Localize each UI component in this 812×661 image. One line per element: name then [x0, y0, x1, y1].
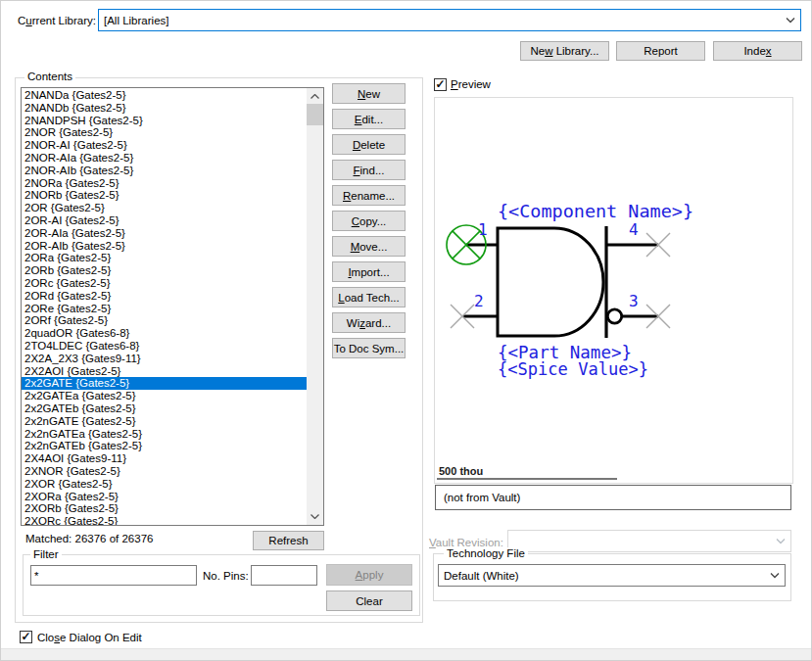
preview-checkbox-label: Preview: [451, 78, 491, 90]
list-item[interactable]: 2X2A_2X3 {Gates9-11}: [22, 353, 307, 365]
list-item[interactable]: 2XORc {Gates2-5}: [22, 515, 307, 525]
list-item[interactable]: 2NANDa {Gates2-5}: [22, 89, 307, 102]
pin-number-2: 2: [474, 292, 484, 310]
vault-status-text: (not from Vault): [444, 492, 520, 503]
index-button[interactable]: Index: [713, 41, 802, 61]
refresh-button[interactable]: Refresh: [253, 531, 324, 550]
chevron-down-icon[interactable]: [765, 573, 785, 579]
chevron-down-icon: [771, 539, 790, 544]
list-item[interactable]: 2XOR {Gates2-5}: [22, 478, 307, 491]
list-item[interactable]: 2NANDPSH {Gates2-5}: [22, 115, 307, 127]
list-item[interactable]: 2x2GATEa {Gates2-5}: [22, 390, 307, 402]
list-item[interactable]: 2XNOR {Gates2-5}: [22, 465, 307, 478]
component-list-rows: 2NANDa {Gates2-5} 2NANDb {Gates2-5} 2NAN…: [22, 89, 307, 525]
pin-number-1: 1: [478, 220, 488, 239]
no-pins-input[interactable]: [251, 565, 317, 586]
checkmark-icon: ✓: [21, 630, 30, 643]
to-doc-sym-button[interactable]: To Doc Sym...: [332, 338, 406, 358]
contents-group-label: Contents: [24, 71, 75, 82]
symbol-preview-panel: {<Component Name>} {<Part Name>} {<Spice…: [434, 97, 793, 484]
technology-file-group-label: Technology File: [444, 547, 528, 559]
checkmark-icon: ✓: [435, 77, 445, 91]
copy-button[interactable]: Copy...: [332, 211, 406, 231]
scroll-down-icon[interactable]: [307, 508, 323, 525]
list-item[interactable]: 2NOR-AIa {Gates2-5}: [22, 152, 307, 165]
apply-button[interactable]: Apply: [326, 564, 412, 586]
list-item[interactable]: 2ORe {Gates2-5}: [22, 303, 307, 315]
pin-number-3: 3: [629, 292, 639, 310]
scroll-up-icon[interactable]: [307, 88, 323, 105]
chevron-down-icon[interactable]: [781, 18, 800, 24]
inversion-bubble: [607, 309, 621, 323]
new-button[interactable]: New: [332, 83, 406, 104]
list-item[interactable]: 2OR-AI {Gates2-5}: [22, 214, 307, 227]
list-item[interactable]: 2x2nGATEa {Gates2-5}: [22, 428, 307, 441]
list-item[interactable]: 2XORa {Gates2-5}: [22, 491, 307, 503]
list-item[interactable]: 2TO4LDEC {Gates6-8}: [22, 340, 307, 353]
list-item[interactable]: 2OR-AIa {Gates2-5}: [22, 227, 307, 240]
list-item[interactable]: 2ORc {Gates2-5}: [22, 277, 307, 290]
close-dialog-on-edit-checkbox[interactable]: ✓: [20, 631, 32, 643]
list-item[interactable]: 2X2AOI {Gates2-5}: [22, 365, 307, 378]
list-item[interactable]: 2NOR-AIb {Gates2-5}: [22, 165, 307, 177]
spice-value-text: {<Spice Value>}: [498, 359, 648, 379]
list-item[interactable]: 2ORd {Gates2-5}: [22, 290, 307, 303]
component-name-text: {<Component Name>}: [498, 202, 693, 221]
report-button[interactable]: Report: [616, 41, 705, 61]
scale-label: 500 thou: [439, 465, 483, 477]
current-library-label: Current Library:: [18, 15, 96, 26]
no-pins-label: No. Pins:: [203, 570, 249, 582]
list-item[interactable]: 2quadOR {Gates6-8}: [22, 327, 307, 340]
and-gate-body: [498, 228, 603, 336]
import-button[interactable]: Import...: [332, 261, 406, 282]
rename-button[interactable]: Rename...: [332, 185, 406, 206]
find-button[interactable]: Find...: [332, 160, 406, 180]
list-item[interactable]: 2ORa {Gates2-5}: [22, 252, 307, 264]
library-manager-dialog: Current Library: [All Libraries] New Lib…: [0, 0, 812, 661]
scrollbar-thumb[interactable]: [307, 104, 323, 125]
delete-button[interactable]: Delete: [332, 134, 406, 155]
list-item-selected[interactable]: 2x2GATE {Gates2-5}: [22, 377, 307, 390]
list-item[interactable]: 2ORf {Gates2-5}: [22, 314, 307, 327]
move-button[interactable]: Move...: [332, 236, 406, 257]
list-item[interactable]: 2XORb {Gates2-5}: [22, 502, 307, 515]
list-scrollbar[interactable]: [307, 88, 323, 525]
component-list[interactable]: 2NANDa {Gates2-5} 2NANDb {Gates2-5} 2NAN…: [21, 87, 324, 526]
list-item[interactable]: 2NOR-AI {Gates2-5}: [22, 139, 307, 152]
list-item[interactable]: 2OR-AIb {Gates2-5}: [22, 240, 307, 253]
list-item[interactable]: 2x2GATEb {Gates2-5}: [22, 402, 307, 415]
preview-checkbox[interactable]: ✓: [434, 78, 447, 91]
current-library-value: [All Libraries]: [99, 15, 781, 26]
load-tech-button[interactable]: Load Tech...: [332, 287, 406, 307]
edit-button[interactable]: Edit...: [332, 109, 406, 129]
close-dialog-on-edit-label: Close Dialog On Edit: [37, 632, 142, 643]
list-item[interactable]: 2OR {Gates2-5}: [22, 202, 307, 214]
list-item[interactable]: 2NORb {Gates2-5}: [22, 189, 307, 202]
list-item[interactable]: 2x2nGATE {Gates2-5}: [22, 415, 307, 428]
technology-file-value: Default (White): [439, 570, 765, 582]
pin-number-4: 4: [629, 220, 639, 239]
list-item[interactable]: 2NOR {Gates2-5}: [22, 126, 307, 139]
filter-pattern-input[interactable]: [30, 565, 197, 586]
clear-button[interactable]: Clear: [326, 590, 412, 611]
list-item[interactable]: 2ORb {Gates2-5}: [22, 264, 307, 277]
vault-revision-combo: [507, 530, 791, 552]
wizard-button[interactable]: Wizard...: [332, 312, 406, 333]
current-library-combo[interactable]: [All Libraries]: [98, 9, 801, 31]
new-library-button[interactable]: New Library...: [520, 41, 609, 61]
list-item[interactable]: 2x2nGATEb {Gates2-5}: [22, 440, 307, 452]
list-item[interactable]: 2X4AOI {Gates9-11}: [22, 452, 307, 465]
technology-file-combo[interactable]: Default (White): [438, 564, 786, 587]
matched-count-label: Matched: 26376 of 26376: [25, 533, 153, 544]
vault-status-box: (not from Vault): [435, 485, 791, 510]
list-item[interactable]: 2NANDb {Gates2-5}: [22, 102, 307, 115]
filter-group-label: Filter: [30, 548, 62, 560]
dialog-bottom-strip: [1, 648, 811, 661]
list-item[interactable]: 2NORa {Gates2-5}: [22, 177, 307, 190]
